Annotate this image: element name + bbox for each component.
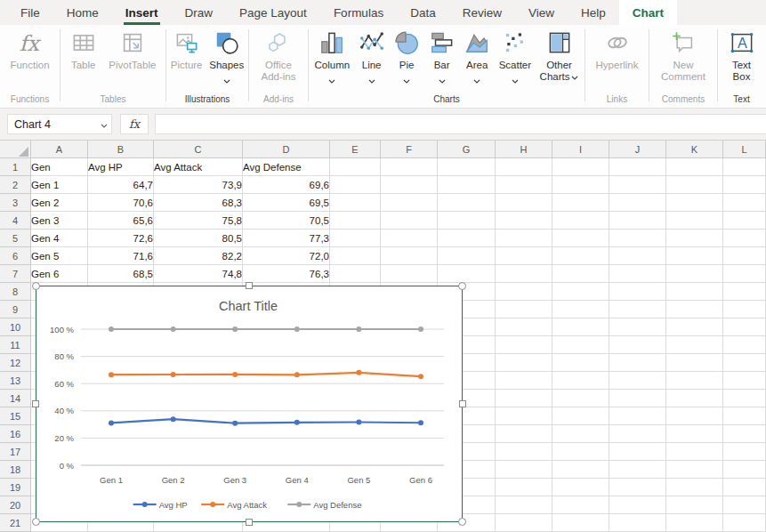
cell-J18[interactable] — [609, 461, 666, 479]
cell-L9[interactable] — [723, 301, 766, 318]
cell-J19[interactable] — [609, 479, 666, 496]
cell-I14[interactable] — [552, 390, 609, 407]
row-header-6[interactable]: 6 — [0, 247, 31, 265]
chart-resize-handle-bottom-right[interactable] — [458, 518, 466, 526]
cell-L7[interactable] — [723, 265, 766, 283]
row-header-19[interactable]: 19 — [0, 479, 31, 496]
cell-E3[interactable] — [330, 194, 381, 212]
cell-K19[interactable] — [666, 479, 723, 496]
cell-L11[interactable] — [723, 336, 766, 354]
series-line-avg-hp[interactable] — [111, 419, 421, 423]
name-box-chevron-down-icon[interactable] — [101, 118, 108, 131]
cell-L12[interactable] — [723, 354, 766, 372]
cell-H1[interactable] — [496, 158, 552, 176]
cell-H13[interactable] — [496, 372, 552, 390]
cell-K21[interactable] — [666, 514, 723, 532]
cell-K17[interactable] — [666, 443, 723, 461]
cell-H17[interactable] — [496, 443, 552, 461]
cell-D5[interactable]: 77,3 — [243, 230, 330, 247]
row-header-5[interactable]: 5 — [0, 230, 31, 247]
column-header-L[interactable]: L — [723, 141, 766, 158]
column-header-K[interactable]: K — [666, 141, 723, 158]
cell-L6[interactable] — [723, 247, 766, 265]
cell-I11[interactable] — [552, 336, 609, 354]
column-header-J[interactable]: J — [609, 141, 666, 158]
cell-J12[interactable] — [609, 354, 666, 372]
column-header-H[interactable]: H — [496, 141, 552, 158]
cell-H8[interactable] — [496, 283, 552, 301]
tab-draw[interactable]: Draw — [172, 0, 227, 25]
data-point-marker[interactable] — [418, 420, 423, 425]
chart-resize-handle-bottom-left[interactable] — [32, 518, 40, 526]
cell-K3[interactable] — [666, 194, 723, 212]
cell-I17[interactable] — [552, 443, 609, 461]
formula-input[interactable] — [155, 114, 766, 134]
chart-resize-handle-bottom-middle[interactable] — [246, 519, 253, 526]
cell-J4[interactable] — [609, 212, 666, 230]
cell-F7[interactable] — [381, 265, 438, 283]
cell-C7[interactable]: 74,8 — [154, 265, 243, 283]
area-button[interactable]: Area — [461, 28, 493, 88]
cell-K20[interactable] — [666, 496, 723, 514]
data-point-marker[interactable] — [418, 326, 423, 332]
cell-B5[interactable]: 72,6 — [88, 230, 154, 247]
data-point-marker[interactable] — [294, 326, 300, 332]
cell-H20[interactable] — [496, 496, 552, 514]
cell-C6[interactable]: 82,2 — [154, 247, 243, 265]
row-header-2[interactable]: 2 — [0, 176, 31, 194]
cell-D2[interactable]: 69,6 — [243, 176, 330, 194]
cell-B3[interactable]: 70,6 — [88, 194, 154, 212]
cell-G3[interactable] — [438, 194, 496, 212]
cell-D3[interactable]: 69,5 — [243, 194, 330, 212]
cell-C1[interactable]: Avg Attack — [154, 158, 243, 176]
cell-H7[interactable] — [496, 265, 552, 283]
cell-J9[interactable] — [609, 301, 666, 318]
row-header-1[interactable]: 1 — [0, 158, 31, 176]
data-point-marker[interactable] — [171, 326, 176, 332]
cell-K15[interactable] — [666, 407, 723, 425]
column-header-D[interactable]: D — [243, 141, 330, 158]
cell-I7[interactable] — [552, 265, 609, 283]
cell-G6[interactable] — [438, 247, 496, 265]
cell-I9[interactable] — [552, 301, 609, 318]
cell-K9[interactable] — [666, 301, 723, 318]
cell-L1[interactable] — [723, 158, 766, 176]
cell-F6[interactable] — [381, 247, 438, 265]
cell-B1[interactable]: Avg HP — [88, 158, 154, 176]
cell-H9[interactable] — [496, 301, 552, 318]
cell-J17[interactable] — [609, 443, 666, 461]
cell-G4[interactable] — [438, 212, 496, 230]
row-header-21[interactable]: 21 — [0, 514, 31, 532]
data-point-marker[interactable] — [171, 416, 176, 422]
cell-L16[interactable] — [723, 425, 766, 443]
cell-K18[interactable] — [666, 461, 723, 479]
cell-I8[interactable] — [552, 283, 609, 301]
cell-H4[interactable] — [496, 212, 552, 230]
column-header-A[interactable]: A — [31, 141, 88, 158]
cell-I5[interactable] — [552, 230, 609, 247]
cell-C3[interactable]: 68,3 — [154, 194, 243, 212]
row-header-20[interactable]: 20 — [0, 496, 31, 514]
cell-A2[interactable]: Gen 1 — [31, 176, 88, 194]
cell-I6[interactable] — [552, 247, 609, 265]
cell-K7[interactable] — [666, 265, 723, 283]
cell-F2[interactable] — [381, 176, 438, 194]
row-header-17[interactable]: 17 — [0, 443, 31, 461]
cell-E6[interactable] — [330, 247, 381, 265]
cell-J20[interactable] — [609, 496, 666, 514]
cell-H16[interactable] — [496, 425, 552, 443]
cell-F1[interactable] — [381, 158, 438, 176]
cell-K12[interactable] — [666, 354, 723, 372]
cell-H19[interactable] — [496, 479, 552, 496]
pie-button[interactable]: Pie — [391, 28, 423, 88]
row-header-3[interactable]: 3 — [0, 194, 31, 212]
other-charts-button[interactable]: OtherCharts — [537, 28, 582, 84]
cell-L2[interactable] — [723, 176, 766, 194]
cell-D7[interactable]: 76,3 — [243, 265, 330, 283]
row-header-7[interactable]: 7 — [0, 265, 31, 283]
cell-J3[interactable] — [609, 194, 666, 212]
cell-D4[interactable]: 70,5 — [243, 212, 330, 230]
column-header-G[interactable]: G — [438, 141, 496, 158]
cell-K16[interactable] — [666, 425, 723, 443]
cell-K14[interactable] — [666, 390, 723, 407]
